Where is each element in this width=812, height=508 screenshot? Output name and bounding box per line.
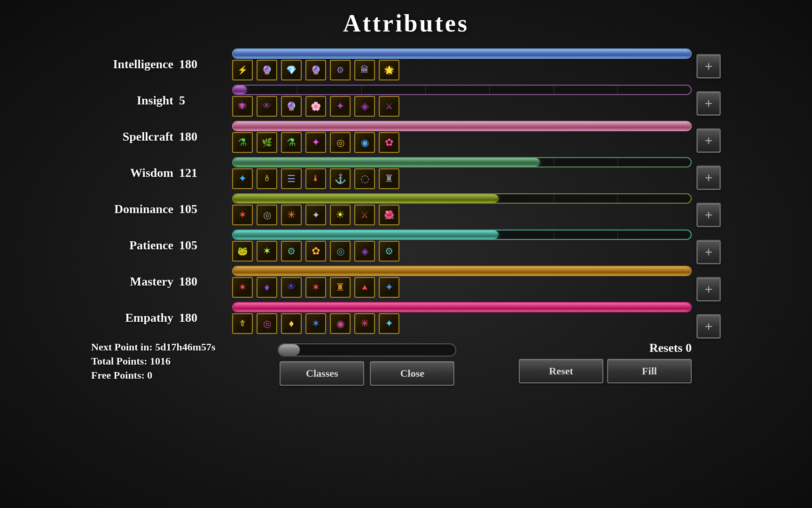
- attr-name-4: Dominance: [91, 202, 173, 216]
- skill-icon-5-1[interactable]: [257, 241, 277, 262]
- skill-icon-3-1[interactable]: [257, 168, 277, 189]
- skill-icon-6-6[interactable]: [379, 277, 399, 298]
- skill-icon-5-4[interactable]: [330, 241, 351, 262]
- skill-icon-1-4[interactable]: [330, 96, 351, 117]
- skill-icon-6-0[interactable]: [232, 277, 253, 298]
- total-points-text: Total Points: 1016: [91, 355, 216, 367]
- skill-icon-7-4[interactable]: [330, 313, 351, 334]
- skill-icon-1-3[interactable]: [305, 96, 326, 117]
- skill-icon-3-3[interactable]: [305, 168, 326, 189]
- skill-icon-6-5[interactable]: [354, 277, 375, 298]
- plus-spacer-7: +: [696, 309, 721, 344]
- skill-icon-2-2[interactable]: [281, 132, 302, 153]
- attribute-row-insight: Insight5: [91, 83, 692, 118]
- skill-icon-4-2[interactable]: [281, 205, 302, 225]
- skill-icon-0-4[interactable]: [330, 60, 351, 80]
- attr-value-7: 180: [179, 311, 205, 325]
- plus-button-4[interactable]: +: [696, 203, 721, 227]
- skill-icon-1-2[interactable]: [281, 96, 302, 117]
- skill-icon-4-0[interactable]: [232, 205, 253, 225]
- icon-row-5: [232, 241, 692, 262]
- skill-icon-5-3[interactable]: [305, 241, 326, 262]
- skill-icon-7-1[interactable]: [257, 313, 277, 334]
- skill-icon-6-2[interactable]: [281, 277, 302, 298]
- skill-icon-4-4[interactable]: [330, 205, 351, 225]
- skill-icon-0-3[interactable]: [305, 60, 326, 80]
- plus-button-3[interactable]: +: [696, 166, 721, 190]
- skill-icon-2-3[interactable]: [305, 132, 326, 153]
- classes-button[interactable]: Classes: [280, 361, 364, 386]
- skill-icon-3-2[interactable]: [281, 168, 302, 189]
- skill-icon-2-1[interactable]: [257, 132, 277, 153]
- skill-icon-0-1[interactable]: [257, 60, 277, 80]
- skill-icon-1-5[interactable]: [354, 96, 375, 117]
- progress-fill-4: [233, 194, 499, 203]
- skill-icon-3-5[interactable]: [354, 168, 375, 189]
- bar-icons-6: [232, 266, 692, 298]
- progress-track-3: [232, 157, 692, 167]
- plus-spacer-4: +: [696, 197, 721, 232]
- skill-icon-4-1[interactable]: [257, 205, 277, 225]
- skill-icon-2-0[interactable]: [232, 132, 253, 153]
- skill-icon-7-3[interactable]: [305, 313, 326, 334]
- skill-icon-5-5[interactable]: [354, 241, 375, 262]
- progress-track-4: [232, 193, 692, 204]
- skill-icon-3-0[interactable]: [232, 168, 253, 189]
- fill-button[interactable]: Fill: [607, 359, 692, 383]
- page-title: Attributes: [91, 9, 721, 37]
- skill-icon-5-6[interactable]: [379, 241, 399, 262]
- attribute-row-intelligence: Intelligence180: [91, 47, 692, 82]
- bar-icons-5: [232, 230, 692, 262]
- attr-name-0: Intelligence: [91, 57, 173, 71]
- skill-icon-7-5[interactable]: [354, 313, 375, 334]
- skill-icon-1-6[interactable]: [379, 96, 399, 117]
- skill-icon-0-5[interactable]: [354, 60, 375, 80]
- skill-icon-6-3[interactable]: [305, 277, 326, 298]
- attr-value-4: 105: [179, 202, 205, 216]
- skill-icon-3-4[interactable]: [330, 168, 351, 189]
- resets-label: Resets 0: [649, 341, 692, 355]
- reset-button[interactable]: Reset: [519, 359, 603, 383]
- skill-icon-0-6[interactable]: [379, 60, 399, 80]
- footer-right: Resets 0 Reset Fill: [519, 341, 692, 383]
- skill-icon-0-2[interactable]: [281, 60, 302, 80]
- skill-icon-5-2[interactable]: [281, 241, 302, 262]
- skill-icon-6-4[interactable]: [330, 277, 351, 298]
- skill-icon-4-6[interactable]: [379, 205, 399, 225]
- skill-icon-7-2[interactable]: [281, 313, 302, 334]
- attr-label-group-7: Empathy180: [91, 311, 227, 325]
- timer-bar-track: [278, 343, 456, 357]
- attr-label-group-5: Patience105: [91, 238, 227, 253]
- skill-icon-4-5[interactable]: [354, 205, 375, 225]
- attribute-row-mastery: Mastery180: [91, 264, 692, 299]
- plus-button-5[interactable]: +: [696, 240, 721, 264]
- plus-button-2[interactable]: +: [696, 128, 721, 153]
- skill-icon-2-5[interactable]: [354, 132, 375, 153]
- attr-label-group-4: Dominance105: [91, 202, 227, 216]
- plus-spacer-5: +: [696, 234, 721, 270]
- skill-icon-1-0[interactable]: [232, 96, 253, 117]
- free-points-text: Free Points: 0: [91, 369, 216, 381]
- skill-icon-3-6[interactable]: [379, 168, 399, 189]
- progress-fill-2: [233, 122, 691, 130]
- skill-icon-4-3[interactable]: [305, 205, 326, 225]
- plus-button-1[interactable]: +: [696, 91, 721, 116]
- skill-icon-7-0[interactable]: [232, 313, 253, 334]
- skill-icon-7-6[interactable]: [379, 313, 399, 334]
- plus-button-6[interactable]: +: [696, 277, 721, 302]
- icon-row-1: [232, 96, 692, 117]
- skill-icon-1-1[interactable]: [257, 96, 277, 117]
- skill-icon-6-1[interactable]: [257, 277, 277, 298]
- progress-fill-0: [233, 49, 691, 58]
- icon-row-3: [232, 168, 692, 189]
- skill-icon-2-6[interactable]: [379, 132, 399, 153]
- skill-icon-5-0[interactable]: [232, 241, 253, 262]
- skill-icon-2-4[interactable]: [330, 132, 351, 153]
- plus-button-0[interactable]: +: [696, 54, 721, 79]
- close-button[interactable]: Close: [370, 361, 454, 386]
- skill-icon-0-0[interactable]: [232, 60, 253, 80]
- attr-label-group-0: Intelligence180: [91, 57, 227, 71]
- plus-button-7[interactable]: +: [696, 314, 721, 339]
- icon-row-6: [232, 277, 692, 298]
- attribute-row-spellcraft: Spellcraft180: [91, 119, 692, 154]
